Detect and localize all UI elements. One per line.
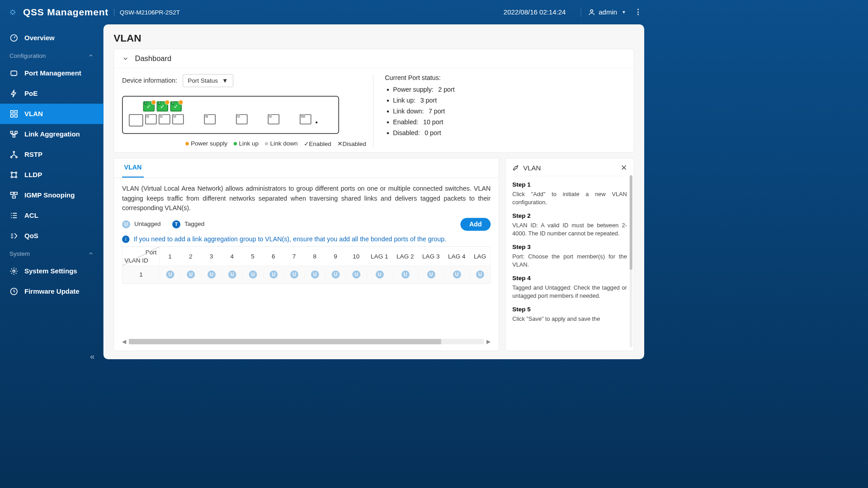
tagged-icon: T (172, 220, 180, 228)
sidebar-item-acl[interactable]: ACL (0, 206, 104, 226)
gauge-icon (9, 33, 19, 42)
svg-point-20 (13, 270, 15, 272)
svg-point-12 (16, 156, 17, 158)
svg-rect-17 (10, 192, 14, 195)
more-menu[interactable]: ⋮ (634, 8, 642, 17)
svg-rect-8 (15, 131, 17, 134)
sidebar-item-igmp[interactable]: IGMP Snooping (0, 185, 104, 206)
svg-rect-18 (14, 192, 18, 195)
vlan-table: PortVLAN ID 12345678910LAG 1LAG 2LAG 3LA… (122, 246, 491, 284)
port-1[interactable]: 1 (143, 101, 155, 112)
port-5[interactable]: 5 (170, 101, 182, 112)
port-8[interactable]: 8 (236, 114, 248, 125)
svg-rect-4 (14, 111, 17, 113)
devinfo-label: Device information: (122, 77, 177, 84)
svg-rect-5 (10, 115, 13, 117)
switch-port-diagram: 1 3 5 2 4 6 7 (122, 96, 339, 134)
caret-down-icon: ▼ (222, 77, 228, 84)
port-4[interactable]: 4 (159, 114, 170, 125)
sidebar-item-poe[interactable]: PoE (0, 84, 104, 104)
chevron-up-icon (88, 52, 94, 59)
info-note: i If you need to add a link aggregation … (122, 235, 491, 243)
sidebar-item-firmware[interactable]: Firmware Update (0, 282, 104, 302)
chevron-up-icon[interactable] (122, 55, 129, 62)
tree-icon (9, 150, 19, 159)
sidebar-group-system[interactable]: System (0, 246, 104, 261)
close-icon[interactable]: ✕ (621, 164, 627, 173)
port-3[interactable]: 3 (157, 101, 169, 112)
page-title: VLAN (113, 33, 634, 44)
sidebar: Overview Configuration Port Management P… (0, 24, 104, 366)
table-row[interactable]: 1 UUUUUUUUUUUUUUU (123, 266, 491, 283)
gear-icon (9, 267, 19, 276)
vlan-icon (9, 109, 19, 118)
user-name: admin (599, 8, 617, 16)
svg-point-15 (11, 176, 12, 178)
lldp-icon (9, 170, 19, 179)
device-model: QSW-M2106PR-2S2T (114, 9, 180, 16)
add-button[interactable]: Add (461, 218, 491, 231)
app-header: ⛭ QSS Management QSW-M2106PR-2S2T 2022/0… (0, 0, 651, 24)
wrench-icon (512, 164, 520, 172)
sidebar-item-qos[interactable]: QoS (0, 226, 104, 246)
sidebar-label: Overview (24, 34, 55, 42)
vertical-scrollbar[interactable] (630, 175, 632, 347)
sidebar-item-vlan[interactable]: VLAN (0, 104, 104, 124)
svg-rect-6 (14, 115, 17, 117)
sidebar-item-overview[interactable]: Overview (0, 28, 104, 48)
port-6[interactable]: 6 (172, 114, 184, 125)
table-header: PortVLAN ID 12345678910LAG 1LAG 2LAG 3LA… (123, 247, 491, 266)
port-status-summary: Current Port status: Power supply:2 port… (373, 74, 455, 147)
port-sfp[interactable] (129, 114, 143, 127)
dashboard-panel: Dashboard Device information: Port Statu… (113, 49, 634, 153)
link-agg-icon (9, 130, 19, 139)
port-icon (9, 69, 19, 78)
sidebar-item-lldp[interactable]: LLDP (0, 165, 104, 185)
port-2[interactable]: 2 (145, 114, 157, 125)
svg-rect-2 (11, 71, 17, 75)
chevron-up-icon (88, 250, 94, 257)
sidebar-item-port-management[interactable]: Port Management (0, 63, 104, 84)
svg-point-16 (15, 176, 17, 178)
sidebar-item-link-aggregation[interactable]: Link Aggregation (0, 124, 104, 145)
info-icon: i (122, 235, 130, 243)
tab-vlan[interactable]: VLAN (122, 158, 144, 178)
svg-rect-19 (13, 196, 16, 198)
svg-point-13 (11, 172, 12, 174)
update-icon (9, 287, 19, 296)
caret-down-icon: ▼ (622, 10, 626, 15)
sidebar-item-system-settings[interactable]: System Settings (0, 261, 104, 282)
app-title: QSS Management (23, 7, 108, 18)
devinfo-select[interactable]: Port Status ▼ (183, 74, 233, 87)
user-menu[interactable]: admin ▼ (588, 8, 626, 16)
port-legend: Power supply Link up Link down ✓Enabled … (122, 140, 366, 148)
svg-point-11 (10, 156, 12, 158)
help-panel: VLAN ✕ Step 1Click "Add" to initiate a n… (505, 158, 634, 352)
bolt-icon (9, 89, 19, 98)
user-icon (588, 9, 595, 16)
untagged-icon: U (122, 220, 130, 228)
port-7[interactable]: 7 (204, 114, 216, 125)
sidebar-item-rstp[interactable]: RSTP (0, 145, 104, 165)
vlan-description: VLAN (Virtual Local Area Network) allows… (122, 184, 491, 213)
igmp-icon (9, 191, 19, 200)
app-logo-icon: ⛭ (7, 6, 20, 19)
sidebar-collapse[interactable]: « (90, 352, 94, 361)
svg-point-10 (13, 151, 14, 153)
svg-rect-3 (10, 111, 13, 113)
list-icon (9, 211, 19, 220)
dashboard-title: Dashboard (135, 54, 172, 63)
svg-point-14 (15, 172, 17, 174)
sidebar-group-configuration[interactable]: Configuration (0, 48, 104, 63)
port-9[interactable]: 9 (268, 114, 280, 125)
svg-rect-9 (13, 135, 15, 137)
vlan-panel: VLAN VLAN (Virtual Local Area Network) a… (113, 158, 499, 352)
port-10[interactable]: 10 (300, 114, 311, 125)
help-title: VLAN (523, 164, 541, 172)
qos-icon (9, 231, 19, 240)
svg-point-0 (590, 10, 593, 13)
datetime: 2022/08/16 02:14:24 (504, 8, 566, 16)
horizontal-scrollbar[interactable]: ◀▶ (122, 338, 491, 345)
svg-rect-7 (10, 131, 13, 134)
